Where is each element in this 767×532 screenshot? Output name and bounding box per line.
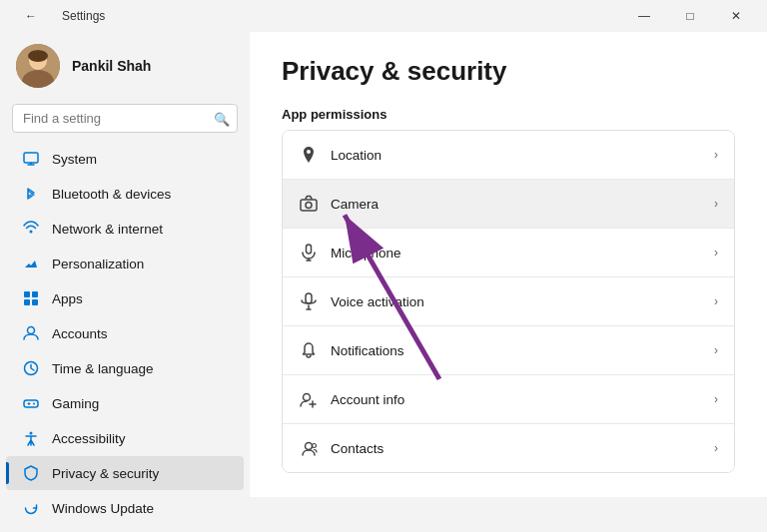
time-icon bbox=[22, 359, 40, 377]
permission-item-contacts[interactable]: Contacts › bbox=[283, 424, 734, 472]
svg-rect-9 bbox=[24, 299, 30, 305]
svg-rect-19 bbox=[306, 293, 312, 303]
permission-label-account-info: Account info bbox=[331, 392, 404, 407]
sidebar: Pankil Shah 🔍 System bbox=[0, 32, 250, 532]
sidebar-label-accounts: Accounts bbox=[52, 326, 108, 341]
permission-label-camera: Camera bbox=[331, 197, 379, 212]
nav-items: System Bluetooth & devices bbox=[0, 141, 250, 532]
permission-left-camera: Camera bbox=[299, 194, 379, 214]
permission-label-microphone: Microphone bbox=[331, 246, 401, 261]
sidebar-item-time[interactable]: Time & language bbox=[6, 351, 244, 385]
svg-rect-5 bbox=[24, 153, 38, 163]
svg-point-4 bbox=[28, 50, 48, 62]
titlebar-title: Settings bbox=[62, 9, 105, 23]
gaming-icon bbox=[22, 394, 40, 412]
content-area: Privacy & security App permissions Locat… bbox=[250, 32, 767, 497]
svg-rect-7 bbox=[24, 291, 30, 297]
titlebar-left: ← Settings bbox=[8, 0, 105, 32]
permission-left-voice: Voice activation bbox=[299, 291, 424, 311]
sidebar-label-bluetooth: Bluetooth & devices bbox=[52, 187, 171, 202]
permission-item-camera[interactable]: Camera › bbox=[283, 180, 734, 229]
avatar-image bbox=[16, 44, 60, 88]
chevron-right-notifications: › bbox=[714, 343, 718, 357]
sidebar-item-apps[interactable]: Apps bbox=[6, 281, 244, 315]
sidebar-item-personalization[interactable]: Personalization bbox=[6, 247, 244, 280]
chevron-right-microphone: › bbox=[714, 246, 718, 260]
permission-left-contacts: Contacts bbox=[299, 438, 384, 458]
permission-label-contacts: Contacts bbox=[331, 441, 384, 456]
svg-rect-18 bbox=[307, 245, 312, 254]
sidebar-item-windows-update[interactable]: Windows Update bbox=[6, 491, 244, 525]
content-wrapper: Privacy & security App permissions Locat… bbox=[250, 32, 767, 532]
page-title: Privacy & security bbox=[282, 56, 735, 87]
back-button[interactable]: ← bbox=[8, 0, 54, 32]
sidebar-label-gaming: Gaming bbox=[52, 396, 99, 411]
chevron-right-voice: › bbox=[714, 294, 718, 308]
svg-point-11 bbox=[28, 327, 35, 334]
permission-item-voice[interactable]: Voice activation › bbox=[283, 277, 734, 326]
svg-rect-13 bbox=[24, 400, 38, 407]
sidebar-item-system[interactable]: System bbox=[6, 142, 244, 176]
permission-left-microphone: Microphone bbox=[299, 243, 401, 263]
permission-left-account-info: Account info bbox=[299, 389, 404, 409]
chevron-right-camera: › bbox=[714, 197, 718, 211]
permission-label-location: Location bbox=[331, 148, 382, 163]
sidebar-item-network[interactable]: Network & internet bbox=[6, 212, 244, 246]
sidebar-item-accessibility[interactable]: Accessibility bbox=[6, 421, 244, 455]
voice-icon bbox=[299, 291, 319, 311]
permission-item-location[interactable]: Location › bbox=[283, 131, 734, 180]
sidebar-label-system: System bbox=[52, 152, 97, 167]
titlebar-controls: — □ ✕ bbox=[621, 0, 759, 32]
user-profile[interactable]: Pankil Shah bbox=[0, 32, 250, 104]
accounts-icon bbox=[22, 324, 40, 342]
svg-rect-10 bbox=[32, 299, 38, 305]
bluetooth-icon bbox=[22, 185, 40, 203]
chevron-right-contacts: › bbox=[714, 441, 718, 455]
permission-item-notifications[interactable]: Notifications › bbox=[283, 326, 734, 375]
user-name: Pankil Shah bbox=[72, 58, 151, 74]
search-icon: 🔍 bbox=[214, 111, 230, 126]
chevron-right-account-info: › bbox=[714, 392, 718, 406]
accessibility-icon bbox=[22, 429, 40, 447]
app-container: Pankil Shah 🔍 System bbox=[0, 32, 767, 532]
notifications-icon bbox=[299, 340, 319, 360]
sidebar-item-privacy[interactable]: Privacy & security bbox=[6, 456, 244, 490]
minimize-button[interactable]: — bbox=[621, 0, 667, 32]
permission-item-account-info[interactable]: Account info › bbox=[283, 375, 734, 424]
camera-icon bbox=[299, 194, 319, 214]
svg-point-20 bbox=[304, 394, 311, 401]
svg-point-14 bbox=[33, 403, 35, 405]
permission-item-microphone[interactable]: Microphone › bbox=[283, 229, 734, 277]
svg-point-17 bbox=[306, 203, 312, 209]
sidebar-label-windows-update: Windows Update bbox=[52, 501, 154, 516]
update-icon bbox=[22, 499, 40, 517]
search-input[interactable] bbox=[12, 104, 238, 133]
svg-point-21 bbox=[306, 443, 313, 450]
network-icon bbox=[22, 220, 40, 238]
system-icon bbox=[22, 150, 40, 168]
svg-point-15 bbox=[30, 432, 33, 435]
permission-label-voice: Voice activation bbox=[331, 294, 424, 309]
close-button[interactable]: ✕ bbox=[713, 0, 759, 32]
sidebar-item-accounts[interactable]: Accounts bbox=[6, 316, 244, 350]
sidebar-item-bluetooth[interactable]: Bluetooth & devices bbox=[6, 177, 244, 211]
personalization-icon bbox=[22, 255, 40, 272]
sidebar-item-gaming[interactable]: Gaming bbox=[6, 386, 244, 420]
chevron-right-location: › bbox=[714, 148, 718, 162]
avatar bbox=[16, 44, 60, 88]
microphone-icon bbox=[299, 243, 319, 263]
titlebar: ← Settings — □ ✕ bbox=[0, 0, 767, 32]
section-title: App permissions bbox=[282, 107, 735, 122]
sidebar-label-network: Network & internet bbox=[52, 222, 163, 237]
privacy-icon bbox=[22, 464, 40, 482]
sidebar-label-time: Time & language bbox=[52, 361, 154, 376]
sidebar-label-privacy: Privacy & security bbox=[52, 466, 159, 481]
permission-list: Location › Camera bbox=[282, 130, 735, 473]
permission-left-notifications: Notifications bbox=[299, 340, 404, 360]
svg-rect-8 bbox=[32, 291, 38, 297]
apps-icon bbox=[22, 289, 40, 307]
sidebar-label-personalization: Personalization bbox=[52, 257, 144, 271]
permission-left-location: Location bbox=[299, 145, 382, 165]
maximize-button[interactable]: □ bbox=[667, 0, 713, 32]
location-icon bbox=[299, 145, 319, 165]
